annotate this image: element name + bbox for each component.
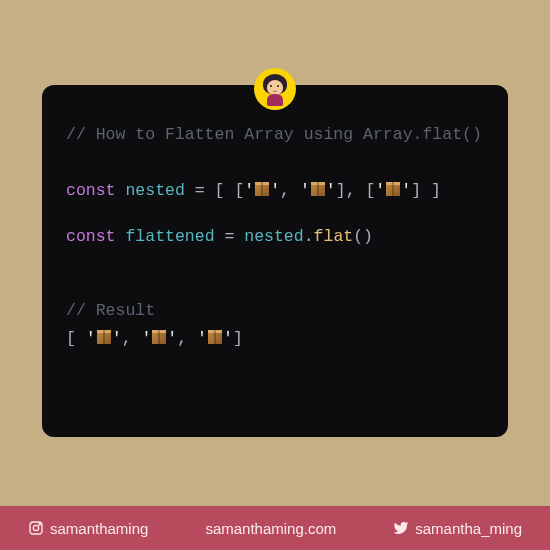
box-icon [311,182,325,196]
comment-title: // How to Flatten Array using Array.flat… [66,125,482,144]
code-line-result: [ '', '', ''] [66,327,484,351]
box-icon [255,182,269,196]
box-icon [152,330,166,344]
code-line-flattened: const flattened = nested.flat() [66,225,484,249]
box-icon [97,330,111,344]
footer-website-label: samanthaming.com [205,520,336,537]
footer-website[interactable]: samanthaming.com [205,520,336,537]
svg-point-1 [33,525,38,530]
twitter-icon [393,520,409,536]
avatar [254,68,296,110]
code-snippet: // How to Flatten Array using Array.flat… [42,85,508,437]
svg-point-2 [39,524,40,525]
box-icon [386,182,400,196]
footer-twitter[interactable]: samantha_ming [393,520,522,537]
footer-instagram-label: samanthaming [50,520,148,537]
footer-twitter-label: samantha_ming [415,520,522,537]
box-icon [208,330,222,344]
footer: samanthaming samanthaming.com samantha_m… [0,506,550,550]
comment-result: // Result [66,301,155,320]
instagram-icon [28,520,44,536]
code-line-nested: const nested = [ ['', ''], [''] ] [66,179,484,203]
footer-instagram[interactable]: samanthaming [28,520,148,537]
